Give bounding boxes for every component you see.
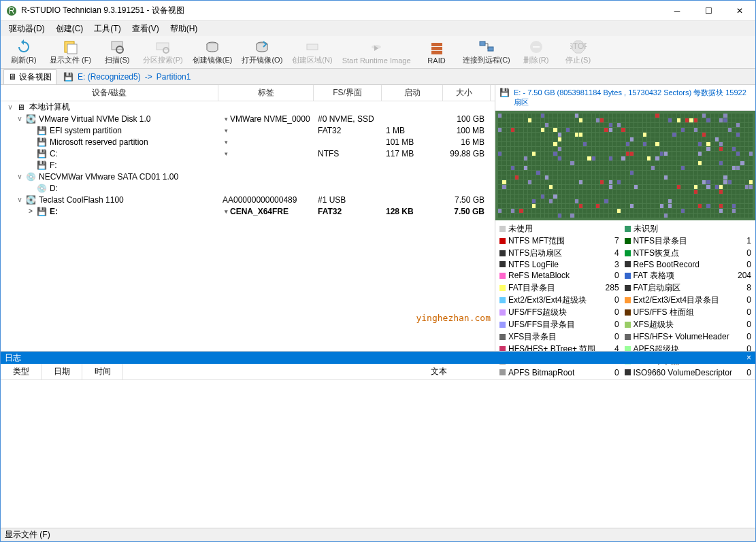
legend-item: NTFS目录条目1 (625, 235, 751, 247)
log-col-text[interactable]: 文本 (123, 364, 755, 379)
table-row[interactable]: >💾E: ▾CENA_X64FRE FAT32 128 KB 7.50 GB (1, 205, 495, 217)
legend-swatch (625, 238, 631, 244)
legend-item: UFS/FFS目录条目0 (499, 319, 619, 331)
col-device[interactable]: 设备/磁盘 (1, 85, 218, 101)
openimg-icon (254, 39, 270, 55)
table-row[interactable]: 💾EFI system partition ▾ FAT32 1 MB 100 M… (1, 124, 495, 136)
menu-item[interactable]: 驱动器(D) (3, 22, 50, 36)
legend-swatch (625, 297, 631, 303)
menu-item[interactable]: 帮助(H) (165, 22, 203, 36)
showfiles-button[interactable]: 显示文件 (F) (46, 37, 95, 67)
log-columns: 类型 日期 时间 文本 (1, 364, 755, 380)
menu-item[interactable]: 创建(C) (50, 22, 89, 36)
window-title: R-STUDIO Technician 9.3.191251 - 设备视图 (21, 5, 661, 16)
openimg-button[interactable]: 打开镜像(O) (237, 37, 286, 67)
expand-icon[interactable]: v (6, 103, 14, 111)
expand-icon[interactable]: > (27, 207, 35, 215)
legend-item: NTFS MFT范围7 (499, 235, 619, 247)
table-row[interactable]: 💾F: (1, 159, 495, 171)
col-fs[interactable]: FS/界面 (314, 85, 382, 101)
expand-icon[interactable]: v (16, 115, 24, 122)
menu-item[interactable]: 查看(V) (127, 22, 165, 36)
startrun-icon (368, 40, 384, 56)
log-panel: 日志 × 类型 日期 时间 文本 (1, 351, 755, 528)
legend-swatch (499, 261, 506, 267)
usb-icon: 💽 (25, 195, 36, 205)
table-row[interactable]: v💽Teclast CoolFlash 1100 AA0000000000048… (1, 194, 495, 205)
remote-button[interactable]: 连接到远程(C) (459, 37, 514, 67)
svg-rect-3 (67, 44, 77, 54)
table-row[interactable]: 💾Microsoft reserved partition ▾ 101 MB 1… (1, 136, 495, 148)
vol-icon: 💾 (36, 207, 47, 216)
tabstrip: 🖥 设备视图 💾 E: (Recognized5) -> Partition1 (1, 69, 755, 85)
log-close-icon[interactable]: × (746, 353, 751, 362)
scan-info-panel: 💾 E: - 7.50 GB (8053981184 Bytes , 15730… (495, 85, 755, 351)
log-col-time[interactable]: 时间 (82, 364, 123, 379)
breadcrumb-item: E: (Recognized5) (78, 72, 141, 82)
svg-text:R: R (9, 6, 15, 16)
col-size[interactable]: 大小 (443, 85, 491, 101)
dropdown-icon[interactable]: ▾ (223, 116, 230, 122)
legend-swatch (499, 250, 506, 256)
block-map[interactable] (495, 111, 755, 220)
refresh-button[interactable]: 刷新(R) (3, 37, 44, 67)
vol-icon: 💾 (36, 126, 47, 135)
legend-swatch (625, 261, 631, 267)
tab-device-view[interactable]: 🖥 设备视图 (3, 69, 56, 84)
table-row[interactable]: 💾C: ▾ NTFS 117 MB 99.88 GB (1, 148, 495, 159)
legend-swatch (499, 273, 506, 279)
refresh-icon (16, 39, 32, 55)
close-button[interactable]: ✕ (724, 1, 755, 21)
legend-swatch (625, 250, 631, 256)
createimg-button[interactable]: 创建镜像(E) (188, 37, 237, 67)
scan-header-text: E: - 7.50 GB (8053981184 Bytes , 1573043… (514, 88, 751, 107)
dropdown-icon[interactable]: ▾ (223, 208, 230, 215)
legend-item: NTFS恢复点0 (625, 248, 751, 259)
remote-icon (478, 39, 495, 55)
vol-icon: 💾 (36, 160, 47, 170)
col-boot[interactable]: 启动 (382, 85, 443, 101)
dropdown-icon[interactable]: ▾ (223, 127, 230, 134)
legend-swatch (499, 297, 506, 303)
table-row[interactable]: v💿NECVMWar VMware SATA CD01 1.00 (1, 171, 495, 182)
legend-item: Ext2/Ext3/Ext4超级块0 (499, 294, 619, 306)
log-col-type[interactable]: 类型 (1, 364, 42, 379)
svg-rect-16 (488, 47, 493, 51)
legend-item: 未识别 (625, 223, 751, 235)
raid-button[interactable]: RAID (416, 39, 457, 66)
breadcrumb[interactable]: 💾 E: (Recognized5) -> Partition1 (63, 72, 191, 82)
scan-button[interactable]: 扫描(S) (97, 37, 137, 67)
dropdown-icon[interactable]: ▾ (223, 139, 230, 146)
table-row[interactable]: 💿D: (1, 182, 495, 194)
log-col-date[interactable]: 日期 (42, 364, 82, 379)
legend-item: NTFS LogFile3 (499, 260, 619, 269)
svg-text:STOP: STOP (570, 41, 587, 51)
legend-item: FAT启动扇区8 (625, 282, 751, 294)
minimize-button[interactable]: ─ (661, 1, 693, 21)
legend-item: Ext2/Ext3/Ext4目录条目0 (625, 294, 751, 306)
hdd-icon: 💽 (25, 114, 36, 124)
legend-item: UFS/FFS超级块0 (499, 307, 619, 318)
pc-icon: 🖥 (16, 103, 27, 112)
legend-item: UFS/FFS 柱面组0 (625, 307, 751, 318)
table-row[interactable]: v💽VMware Virtual NVMe Disk 1.0 ▾VMWare N… (1, 113, 495, 124)
menu-item[interactable]: 工具(T) (88, 22, 126, 36)
table-row[interactable]: v🖥本地计算机 (1, 101, 495, 113)
legend-swatch (625, 334, 631, 340)
svg-rect-10 (307, 44, 318, 50)
drive-icon: 💾 (63, 72, 73, 82)
stop-button: STOP停止(S) (558, 37, 599, 67)
dropdown-icon[interactable]: ▾ (223, 150, 230, 157)
col-label[interactable]: 标签 (218, 85, 314, 101)
legend-swatch (499, 309, 506, 316)
legend-item: FAT 表格项204 (625, 270, 751, 282)
breadcrumb-item: Partition1 (157, 72, 191, 82)
maximize-button[interactable]: ☐ (693, 1, 724, 21)
cd-icon: 💿 (36, 184, 47, 193)
expand-icon[interactable]: v (16, 196, 24, 203)
delete-button: 删除(R) (516, 37, 557, 67)
legend-item: 未使用 (499, 223, 619, 235)
partsearch-button: 分区搜索(P) (139, 37, 187, 67)
svg-rect-15 (480, 41, 485, 46)
expand-icon[interactable]: v (16, 173, 24, 180)
